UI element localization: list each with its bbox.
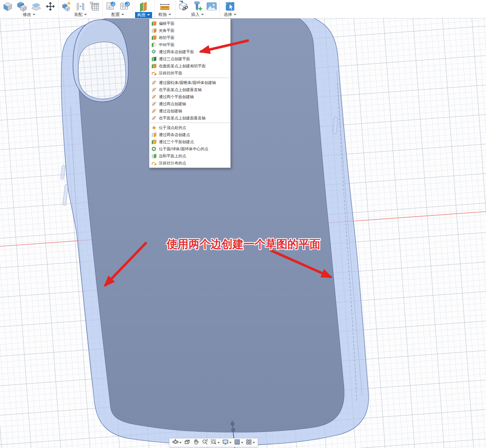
point-on-edge-and-plane-icon bbox=[151, 153, 157, 159]
look-at-icon bbox=[184, 439, 190, 447]
viewports-icon bbox=[246, 439, 252, 447]
zoom-button[interactable] bbox=[201, 438, 209, 447]
chevron-down-icon[interactable] bbox=[241, 442, 243, 443]
toolbar-group-insert: 插入 bbox=[175, 0, 219, 18]
angle-plane-icon bbox=[151, 28, 157, 33]
menu-item-plane-through-three-points[interactable]: 通过三点创建平面 bbox=[149, 55, 230, 62]
menu-item-label: 通过三个平面创建点 bbox=[159, 139, 194, 145]
menu-item-label: 通过两个平面创建轴 bbox=[159, 94, 194, 100]
toolbar-group-assemble: 装配 bbox=[58, 0, 102, 18]
menu-item-label: 通过两条边创建点 bbox=[159, 132, 190, 138]
menu-item-plane-through-two-edges[interactable]: 通过两条边创建平面 bbox=[149, 48, 230, 55]
window-zoom-button[interactable] bbox=[210, 438, 220, 447]
chevron-down-icon bbox=[33, 14, 35, 15]
move-icon[interactable] bbox=[45, 1, 56, 12]
menu-item-axis-perpendicular-to-face-at-point[interactable]: 在平面某点上创建面垂直轴 bbox=[149, 114, 230, 122]
pan-button[interactable] bbox=[192, 438, 200, 447]
chevron-down-icon[interactable] bbox=[229, 442, 231, 443]
menu-item-point-on-edge-and-plane[interactable]: 边和平面上的点 bbox=[149, 152, 230, 159]
toolbar-menu-select[interactable]: 选择 bbox=[222, 12, 238, 18]
menu-item-axis-through-cylinder-cone-torus[interactable]: 通过圆柱体/圆锥体/圆环体创建轴 bbox=[149, 79, 230, 86]
grid-snap-button[interactable] bbox=[233, 438, 244, 447]
joint-icon[interactable] bbox=[75, 1, 86, 12]
configuration-icon[interactable] bbox=[105, 1, 116, 12]
plane-along-path-icon bbox=[151, 71, 157, 76]
chevron-down-icon bbox=[121, 14, 124, 15]
annotation-text: 使用两个边创建一个草图的平面 bbox=[167, 237, 320, 252]
menu-item-point-at-vertex[interactable]: 位于顶点处的点 bbox=[149, 124, 230, 131]
grid-paper bbox=[0, 0, 486, 448]
menu-item-label: 在平面某点上创建垂直轴 bbox=[159, 87, 202, 93]
menu-item-label: 相切平面 bbox=[159, 35, 174, 40]
toolbar-menu-construct[interactable]: 构造 bbox=[135, 12, 152, 18]
look-at-button[interactable] bbox=[183, 438, 191, 447]
menu-item-points-along-path[interactable]: 沿路径分布的点 bbox=[149, 159, 230, 167]
menu-item-angle-plane[interactable]: 夹角平面 bbox=[149, 27, 230, 34]
menu-item-label: 沿路径的平面 bbox=[159, 71, 182, 76]
menu-item-axis-through-edge[interactable]: 通过边创建轴 bbox=[149, 107, 230, 114]
offset-plane-icon bbox=[151, 21, 157, 26]
plane-through-two-edges-icon bbox=[151, 49, 157, 55]
configuration-table-icon[interactable] bbox=[119, 1, 130, 12]
insert-fastener-icon[interactable] bbox=[192, 1, 203, 12]
display-settings-button[interactable] bbox=[222, 438, 232, 447]
axis-through-two-points-icon bbox=[151, 101, 157, 107]
bom-icon[interactable] bbox=[89, 1, 100, 12]
construct-plane-icon[interactable] bbox=[138, 1, 149, 12]
insert-image-icon[interactable] bbox=[206, 1, 217, 12]
insert-derive-icon[interactable] bbox=[178, 1, 189, 12]
menu-item-tangent-plane-at-point[interactable]: 在曲面某点上创建相切平面 bbox=[149, 62, 230, 69]
menu-item-offset-plane[interactable]: 偏移平面 bbox=[149, 20, 230, 27]
split-body-icon[interactable] bbox=[30, 1, 42, 12]
axis-through-cylinder-cone-torus-icon bbox=[151, 80, 157, 85]
menu-item-axis-through-two-points[interactable]: 通过两点创建轴 bbox=[149, 100, 230, 107]
viewports-button[interactable] bbox=[245, 438, 256, 447]
measure-icon[interactable] bbox=[159, 1, 171, 12]
menu-item-label: 通过两条边创建平面 bbox=[159, 49, 194, 55]
toolbar-menu-insert[interactable]: 插入 bbox=[189, 12, 206, 18]
toolbar-menu-inspect[interactable]: 检验 bbox=[157, 12, 173, 18]
fusion360-viewport: 修改 装配 配置 构造 bbox=[0, 0, 486, 448]
chevron-down-icon[interactable] bbox=[253, 442, 255, 443]
menu-item-label: 通过三点创建平面 bbox=[159, 56, 190, 62]
menu-item-plane-along-path[interactable]: 沿路径的平面 bbox=[149, 69, 230, 77]
menu-item-midplane[interactable]: 中间平面 bbox=[149, 41, 230, 48]
combine-icon[interactable] bbox=[16, 1, 28, 12]
menu-item-label: 位于顶点处的点 bbox=[159, 125, 186, 130]
menu-item-point-at-center-circle-sphere-torus[interactable]: 位于圆/球体/圆环体中心的点 bbox=[149, 145, 230, 152]
new-component-icon[interactable] bbox=[61, 1, 72, 12]
press-pull-icon[interactable] bbox=[2, 1, 13, 12]
menu-item-label: 夹角平面 bbox=[159, 28, 174, 33]
toolbar-group-select: 选择 bbox=[219, 0, 240, 18]
toolbar-menu-configure[interactable]: 配置 bbox=[110, 12, 126, 18]
ribbon-toolbar: 修改 装配 配置 构造 bbox=[0, 0, 486, 18]
zoom-icon bbox=[202, 439, 208, 447]
chevron-down-icon bbox=[168, 14, 171, 15]
toolbar-menu-modify[interactable]: 修改 bbox=[21, 12, 37, 18]
menu-item-label: 位于圆/球体/圆环体中心的点 bbox=[159, 146, 208, 152]
menu-item-point-through-three-planes[interactable]: 通过三个平面创建点 bbox=[149, 138, 230, 145]
menu-item-label: 沿路径分布的点 bbox=[159, 161, 186, 166]
menu-item-point-through-two-edges[interactable]: 通过两条边创建点 bbox=[149, 131, 230, 138]
chevron-down-icon[interactable] bbox=[218, 442, 220, 443]
menu-item-label: 边和平面上的点 bbox=[159, 153, 186, 159]
select-icon[interactable] bbox=[224, 1, 236, 12]
axis-through-two-planes-icon bbox=[151, 94, 157, 100]
menu-item-label: 中间平面 bbox=[159, 42, 174, 47]
midplane-icon bbox=[151, 42, 157, 47]
tangent-plane-at-point-icon bbox=[151, 63, 157, 69]
menu-item-axis-perpendicular-at-point[interactable]: 在平面某点上创建垂直轴 bbox=[149, 86, 230, 93]
menu-item-axis-through-two-planes[interactable]: 通过两个平面创建轴 bbox=[149, 93, 230, 100]
window-zoom-icon bbox=[211, 439, 217, 447]
chevron-down-icon bbox=[147, 14, 150, 16]
point-at-center-circle-sphere-torus-icon bbox=[151, 146, 157, 152]
toolbar-label: 配置 bbox=[111, 12, 120, 17]
menu-item-label: 在曲面某点上创建相切平面 bbox=[159, 63, 206, 69]
toolbar-menu-assemble[interactable]: 装配 bbox=[72, 12, 89, 18]
chevron-down-icon[interactable] bbox=[179, 442, 181, 443]
orbit-button[interactable] bbox=[172, 438, 182, 447]
canvas-background[interactable] bbox=[0, 0, 486, 448]
menu-item-tangent-plane[interactable]: 相切平面 bbox=[149, 34, 230, 41]
menu-separator bbox=[150, 78, 230, 78]
grid-snap-icon bbox=[234, 439, 240, 447]
